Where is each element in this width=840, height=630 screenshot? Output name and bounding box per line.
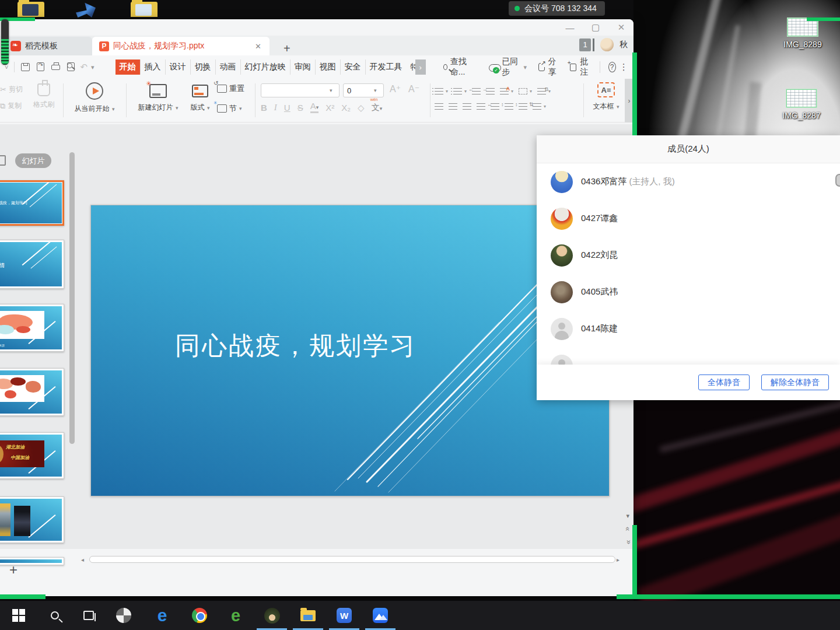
- scroll-down-icon[interactable]: ▾: [626, 512, 630, 520]
- tab-close-icon[interactable]: ✕: [254, 42, 262, 51]
- meeting-id-badge[interactable]: 会议号 708 132 344: [509, 1, 605, 16]
- distribute-icon[interactable]: ↔: [491, 103, 499, 110]
- desktop-file-img8287[interactable]: IMG_8287: [769, 89, 834, 120]
- close-button[interactable]: ✕: [614, 20, 629, 34]
- menu-review[interactable]: 审阅: [290, 60, 315, 75]
- phonetic-guide-icon[interactable]: 文▾: [372, 103, 383, 113]
- menu-security[interactable]: 安全: [340, 60, 365, 75]
- play-from-current-button[interactable]: 从当前开始 ▾: [68, 80, 121, 114]
- member-row[interactable]: 0436邓富萍 (主持人, 我): [537, 163, 840, 200]
- font-name-combobox[interactable]: ▾: [261, 83, 340, 97]
- clear-format-icon[interactable]: ◇: [358, 103, 365, 113]
- add-slide-button[interactable]: +: [9, 562, 18, 578]
- numbering-icon[interactable]: [453, 88, 462, 94]
- taskbar-qq[interactable]: [264, 607, 280, 624]
- font-size-combobox[interactable]: ▾: [343, 83, 384, 97]
- member-row[interactable]: 0405武祎: [537, 274, 840, 310]
- taskbar-meeting[interactable]: [372, 607, 388, 624]
- slide-thumb-2[interactable]: 疫情: [0, 240, 64, 289]
- taskbar-wps[interactable]: W: [336, 607, 352, 624]
- section-button[interactable]: 节 ▾: [217, 103, 242, 114]
- bold-icon[interactable]: B: [261, 103, 267, 113]
- slide-thumb-4[interactable]: [0, 368, 64, 416]
- member-row[interactable]: 0422刘昆: [537, 237, 840, 274]
- slide-thumb-6[interactable]: [0, 496, 64, 543]
- columns-icon[interactable]: B: [537, 88, 546, 94]
- font-size-input[interactable]: [344, 85, 374, 96]
- comment-icon[interactable]: [570, 64, 577, 71]
- save-icon[interactable]: [19, 61, 32, 73]
- reset-button[interactable]: 重置: [217, 83, 244, 94]
- export-icon[interactable]: [34, 61, 47, 73]
- unmute-all-button[interactable]: 解除全体静音: [761, 374, 829, 390]
- menu-design[interactable]: 设计: [165, 60, 190, 75]
- thumbnail-scrollbar[interactable]: [69, 152, 75, 444]
- undo-caret-icon[interactable]: ▾: [90, 64, 96, 71]
- superscript-icon[interactable]: X²: [326, 103, 334, 113]
- decrease-font-icon[interactable]: A⁻: [408, 83, 419, 94]
- maximize-button[interactable]: ▢: [588, 20, 603, 34]
- minimize-button[interactable]: —: [562, 20, 578, 34]
- slide-title-text[interactable]: 同心战疫，规划学习: [175, 329, 416, 363]
- new-slide-button[interactable]: ✳ 新建幻灯片 ▾: [133, 80, 183, 113]
- previous-slide-icon[interactable]: «: [624, 527, 632, 531]
- task-view-button[interactable]: [80, 607, 97, 624]
- scroll-right-icon[interactable]: ▸: [617, 556, 624, 563]
- menu-transition[interactable]: 切换: [190, 60, 215, 75]
- microphone-icon[interactable]: [835, 174, 840, 187]
- slides-tab[interactable]: 幻灯片: [15, 153, 51, 168]
- layout-button[interactable]: 版式 ▾: [186, 80, 215, 113]
- slide-thumb-5[interactable]: 湖北加油 中国加油: [0, 432, 64, 479]
- desktop-folder-icon-2[interactable]: [131, 2, 158, 17]
- format-painter-button[interactable]: 格式刷: [30, 82, 57, 110]
- member-row[interactable]: 0414陈建: [537, 310, 840, 347]
- align-text-icon[interactable]: [519, 88, 527, 94]
- print-preview-icon[interactable]: [65, 61, 78, 73]
- share-label[interactable]: 分享: [548, 57, 560, 78]
- line-spacing-icon[interactable]: ⇅: [533, 103, 541, 110]
- user-avatar[interactable]: [600, 38, 614, 51]
- help-icon[interactable]: ?: [608, 62, 616, 72]
- cut-button[interactable]: ✂剪切: [0, 85, 23, 94]
- menu-view[interactable]: 视图: [315, 60, 340, 75]
- align-right-icon[interactable]: [463, 103, 471, 110]
- slide-thumb-3[interactable]: 数据来源: [0, 304, 64, 352]
- align-center-icon[interactable]: [449, 103, 457, 110]
- start-button[interactable]: [10, 607, 27, 624]
- taskbar-edge[interactable]: e: [154, 607, 170, 624]
- comment-label[interactable]: 批注: [580, 57, 592, 78]
- decrease-indent-icon[interactable]: ←: [472, 88, 481, 94]
- font-name-input[interactable]: [261, 85, 330, 96]
- row-spacing-down-icon[interactable]: ↕: [519, 103, 527, 110]
- find-command[interactable]: 查找命...: [443, 57, 471, 78]
- share-icon[interactable]: [538, 63, 545, 71]
- taskbar-360-browser[interactable]: e: [228, 607, 244, 624]
- strikethrough-icon[interactable]: S: [298, 103, 303, 113]
- menu-animation[interactable]: 动画: [215, 60, 240, 75]
- member-row[interactable]: 0427谭鑫: [537, 200, 840, 237]
- text-direction-icon[interactable]: A: [500, 88, 509, 94]
- desktop-file-img8289[interactable]: IMG_8289: [771, 18, 835, 49]
- row-spacing-up-icon[interactable]: ↕: [505, 103, 513, 110]
- subscript-icon[interactable]: X₂: [341, 103, 351, 113]
- tab-docer-templates[interactable]: 稻壳模板: [4, 37, 92, 55]
- increase-indent-icon[interactable]: →: [486, 88, 495, 94]
- increase-font-icon[interactable]: A⁺: [390, 83, 401, 94]
- slide-thumb-1[interactable]: 同心战疫，规划学习: [0, 180, 64, 226]
- horizontal-scroll-thumb[interactable]: [89, 556, 615, 563]
- textbox-button[interactable]: A≡ 文本框 ▾: [588, 81, 624, 111]
- outline-view-icon[interactable]: [0, 155, 6, 166]
- taskbar-app-swirl[interactable]: [116, 607, 132, 624]
- italic-icon[interactable]: I: [274, 103, 277, 113]
- bullets-icon[interactable]: [435, 88, 443, 94]
- tab-document[interactable]: P 同心战疫，规划学习.pptx ✕: [92, 37, 270, 55]
- align-left-icon[interactable]: [435, 103, 443, 110]
- underline-icon[interactable]: U: [284, 103, 290, 113]
- taskbar-search-button[interactable]: [47, 607, 63, 624]
- justify-icon[interactable]: [477, 103, 485, 110]
- window-count-badge[interactable]: 1: [579, 38, 591, 51]
- slide-editor[interactable]: 同心战疫，规划学习: [90, 205, 610, 496]
- more-icon[interactable]: ⋮: [620, 62, 629, 72]
- print-icon[interactable]: [50, 61, 62, 73]
- menu-overflow-button[interactable]: ›: [415, 60, 426, 75]
